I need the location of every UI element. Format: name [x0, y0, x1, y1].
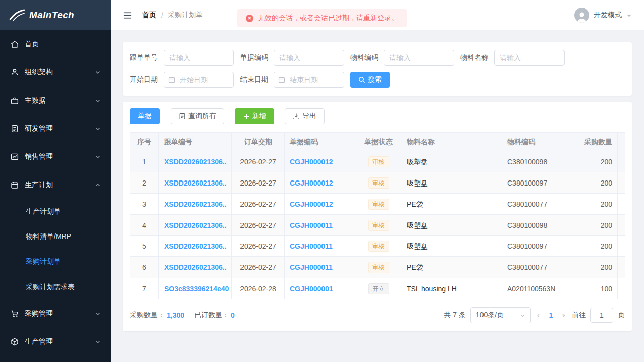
- sidebar-item-home[interactable]: 首页: [0, 30, 111, 58]
- sidebar-item-label: 首页: [25, 40, 39, 49]
- error-icon: ✕: [246, 15, 253, 22]
- sidebar-item-label: 研发管理: [25, 124, 53, 133]
- submenu-item-production-plan-order[interactable]: 生产计划单: [0, 199, 111, 224]
- material-code: C380100097: [502, 236, 561, 257]
- ordered-qty-label: 已订数量：: [194, 311, 229, 320]
- doc-no-link[interactable]: CGJH000012: [290, 158, 333, 166]
- order-no-link[interactable]: XSDD2026021306..: [164, 179, 227, 187]
- doc-no-link[interactable]: CGJH000012: [290, 200, 333, 208]
- chevron-down-icon: [95, 98, 101, 104]
- plus-icon: [243, 113, 250, 120]
- sidebar-item-production-management[interactable]: 生产管理: [0, 328, 111, 356]
- search-icon: [358, 76, 365, 83]
- material-code-input[interactable]: [384, 50, 454, 66]
- sidebar-item-rd-management[interactable]: 研发管理: [0, 115, 111, 143]
- table-row[interactable]: 5 XSDD2026021306.. 2026-02-27 CGJH000011…: [130, 236, 625, 257]
- breadcrumb-home[interactable]: 首页: [142, 11, 156, 20]
- sidebar-item-sales-management[interactable]: 销售管理: [0, 143, 111, 171]
- export-button[interactable]: 导出: [285, 108, 325, 124]
- order-no-link[interactable]: XSDD2026021306..: [164, 263, 227, 272]
- order-no-link[interactable]: XSDD2026021306..: [164, 242, 227, 250]
- doc-no-link[interactable]: CGJH000012: [290, 179, 333, 187]
- clipped-cell: [618, 257, 625, 278]
- sidebar-item-purchase-management[interactable]: 采购管理: [0, 300, 111, 328]
- submenu-item-purchase-plan-order[interactable]: 采购计划单: [0, 249, 111, 275]
- sidebar: MainTech 首页 组织架构 主数据 研发管理 销售管理: [0, 0, 111, 362]
- add-button[interactable]: 新增: [235, 108, 274, 124]
- order-no-link[interactable]: XSDD2026021306..: [164, 221, 227, 229]
- col-header-material-code: 物料编码: [502, 133, 561, 151]
- doc-no-link[interactable]: CGJH000011: [290, 263, 333, 272]
- summary-totals: 采购数量： 1,300 已订数量： 0: [130, 311, 245, 320]
- delivery-date: 2026-02-27: [232, 194, 285, 215]
- delivery-date: 2026-02-27: [232, 257, 285, 278]
- row-seq: 7: [130, 278, 159, 299]
- table-row[interactable]: 1 XSDD2026021306.. 2026-02-27 CGJH000012…: [130, 151, 625, 172]
- prev-page-button[interactable]: ‹: [535, 310, 542, 320]
- chevron-down-icon: [95, 69, 101, 75]
- delivery-date: 2026-02-27: [232, 172, 285, 194]
- doc-code-input[interactable]: [274, 50, 344, 66]
- chevron-down-icon: [520, 313, 525, 318]
- page-size-select[interactable]: 100条/页: [470, 307, 531, 323]
- material-name: 吸塑盘: [401, 172, 502, 194]
- clipped-cell: [618, 151, 625, 172]
- search-button[interactable]: 搜索: [350, 72, 390, 88]
- sidebar-item-label: 主数据: [25, 96, 46, 105]
- purchase-qty: 200: [561, 215, 618, 236]
- sidebar-item-organization[interactable]: 组织架构: [0, 58, 111, 86]
- clipped-cell: [618, 194, 625, 215]
- purchase-qty: 200: [561, 194, 618, 215]
- order-no-link[interactable]: XSDD2026021306..: [164, 200, 227, 208]
- material-name-input[interactable]: [494, 50, 565, 66]
- current-page-number[interactable]: 1: [547, 311, 556, 319]
- next-page-button[interactable]: ›: [560, 310, 567, 320]
- table-row[interactable]: 7 SO3c833396214e40 2026-02-28 CGJH000001…: [130, 278, 625, 299]
- order-no-input[interactable]: [164, 50, 234, 66]
- breadcrumb: 首页 / 采购计划单: [142, 11, 203, 20]
- order-no-link[interactable]: XSDD2026021306..: [164, 158, 227, 166]
- col-header-material-name: 物料名称: [401, 133, 502, 151]
- session-expired-alert: ✕ 无效的会话，或者会话已过期，请重新登录。: [237, 9, 407, 27]
- col-header-delivery-date: 订单交期: [232, 133, 285, 151]
- delivery-date: 2026-02-27: [232, 236, 285, 257]
- table-row[interactable]: 2 XSDD2026021306.. 2026-02-27 CGJH000012…: [130, 172, 625, 194]
- table-row[interactable]: 6 XSDD2026021306.. 2026-02-27 CGJH000011…: [130, 257, 625, 278]
- sidebar-item-production-plan[interactable]: 生产计划: [0, 171, 111, 199]
- collapse-sidebar-icon[interactable]: [123, 11, 132, 20]
- table-row[interactable]: 4 XSDD2026021306.. 2026-02-27 CGJH000011…: [130, 215, 625, 236]
- order-no-link[interactable]: SO3c833396214e40: [164, 285, 229, 293]
- filter-material-name: 物料名称: [460, 50, 565, 66]
- order-list-icon: [179, 113, 186, 120]
- user-menu[interactable]: 开发模式: [574, 8, 632, 23]
- query-all-button[interactable]: 查询所有: [171, 108, 224, 124]
- calendar-icon: [10, 180, 19, 190]
- filter-label: 开始日期: [130, 75, 159, 84]
- breadcrumb-separator: /: [161, 11, 163, 19]
- sidebar-item-label: 采购管理: [25, 309, 53, 318]
- table-body: 1 XSDD2026021306.. 2026-02-27 CGJH000012…: [130, 151, 625, 299]
- goto-page-input[interactable]: [590, 308, 613, 323]
- doc-no-link[interactable]: CGJH000001: [290, 285, 333, 293]
- document-icon: [10, 124, 19, 133]
- filter-label: 物料编码: [350, 53, 379, 62]
- purchase-qty: 200: [561, 151, 618, 172]
- sidebar-item-master-data[interactable]: 主数据: [0, 86, 111, 115]
- goto-suffix: 页: [618, 311, 625, 320]
- cart-icon: [10, 309, 19, 318]
- document-button[interactable]: 单据: [130, 108, 160, 124]
- sidebar-item-label: 生产管理: [25, 337, 53, 346]
- data-table: 序号 跟单编号 订单交期 单据编码 单据状态 物料名称 物料编码 采购数量 1 …: [130, 132, 625, 299]
- logo-swoosh-icon: [9, 9, 25, 21]
- submenu-item-bom-mrp[interactable]: 物料清单/MRP: [0, 224, 111, 249]
- sidebar-item-label: 生产计划: [25, 180, 53, 190]
- logo-text: MainTech: [29, 10, 74, 21]
- toolbar: 单据 查询所有 新增 导出: [130, 108, 625, 124]
- doc-no-link[interactable]: CGJH000011: [290, 221, 333, 229]
- app-logo: MainTech: [0, 0, 111, 30]
- table-row[interactable]: 3 XSDD2026021306.. 2026-02-27 CGJH000012…: [130, 194, 625, 215]
- submenu-item-purchase-plan-demand[interactable]: 采购计划需求表: [0, 275, 111, 300]
- doc-no-link[interactable]: CGJH000011: [290, 242, 333, 250]
- table-panel: 单据 查询所有 新增 导出: [123, 102, 632, 331]
- chevron-down-icon: [95, 311, 101, 317]
